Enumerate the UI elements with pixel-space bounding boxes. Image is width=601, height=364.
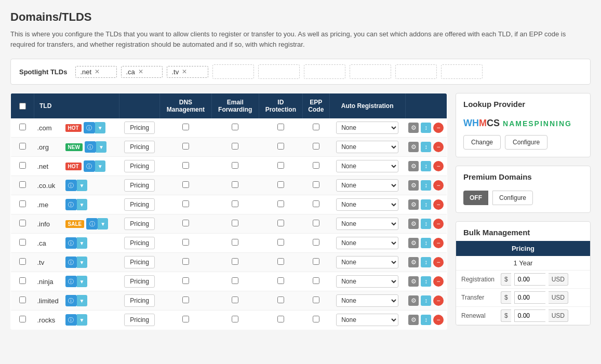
dns-mgmt-checkbox[interactable]	[182, 200, 189, 207]
tld-dropdown-button[interactable]: ▼	[95, 160, 105, 172]
pricing-button[interactable]: Pricing	[124, 256, 155, 268]
pricing-button[interactable]: Pricing	[124, 160, 155, 172]
id-protection-checkbox[interactable]	[277, 200, 284, 207]
gear-button[interactable]: ⚙	[408, 276, 419, 287]
updown-button[interactable]: ↕	[421, 257, 431, 267]
dns-mgmt-checkbox[interactable]	[182, 181, 189, 188]
epp-code-checkbox[interactable]	[313, 258, 319, 265]
gear-button[interactable]: ⚙	[408, 161, 419, 171]
row-checkbox[interactable]	[19, 124, 26, 130]
spotlight-empty-6[interactable]	[441, 64, 483, 79]
spotlight-empty-2[interactable]	[258, 64, 300, 79]
email-fwd-checkbox[interactable]	[232, 239, 238, 246]
pricing-button[interactable]: Pricing	[124, 314, 155, 326]
spotlight-empty-5[interactable]	[395, 64, 437, 79]
auto-reg-select[interactable]: None	[336, 256, 398, 268]
remove-ca-icon[interactable]: ✕	[138, 68, 143, 75]
email-fwd-checkbox[interactable]	[232, 316, 238, 322]
email-fwd-checkbox[interactable]	[232, 296, 238, 303]
remove-button[interactable]: −	[433, 180, 444, 191]
configure-lookup-button[interactable]: Configure	[505, 135, 547, 150]
row-checkbox[interactable]	[19, 296, 26, 303]
pricing-button[interactable]: Pricing	[124, 179, 155, 192]
epp-code-checkbox[interactable]	[313, 296, 319, 303]
remove-button[interactable]: −	[433, 219, 444, 229]
id-protection-checkbox[interactable]	[277, 316, 284, 322]
pricing-button[interactable]: Pricing	[124, 198, 155, 211]
id-protection-checkbox[interactable]	[277, 258, 284, 265]
gear-button[interactable]: ⚙	[408, 295, 419, 306]
id-protection-checkbox[interactable]	[277, 181, 284, 188]
email-fwd-checkbox[interactable]	[232, 162, 238, 169]
updown-button[interactable]: ↕	[421, 161, 431, 171]
row-checkbox[interactable]	[19, 277, 26, 284]
email-fwd-checkbox[interactable]	[232, 181, 238, 188]
row-checkbox[interactable]	[19, 316, 26, 322]
epp-code-checkbox[interactable]	[313, 220, 319, 226]
tld-info-button[interactable]: ⓘ	[65, 314, 77, 326]
gear-button[interactable]: ⚙	[408, 238, 419, 248]
gear-button[interactable]: ⚙	[408, 257, 419, 267]
auto-reg-select[interactable]: None	[336, 198, 398, 211]
id-protection-checkbox[interactable]	[277, 162, 284, 169]
id-protection-checkbox[interactable]	[277, 239, 284, 246]
remove-net-icon[interactable]: ✕	[95, 68, 100, 75]
remove-button[interactable]: −	[433, 315, 444, 325]
pricing-button[interactable]: Pricing	[124, 218, 155, 230]
tld-dropdown-button[interactable]: ▼	[77, 314, 87, 326]
change-button[interactable]: Change	[463, 135, 501, 150]
auto-reg-select[interactable]: None	[336, 179, 398, 192]
tld-dropdown-button[interactable]: ▼	[77, 237, 87, 249]
bulk-registration-input[interactable]	[514, 273, 545, 286]
pricing-button[interactable]: Pricing	[124, 275, 155, 288]
epp-code-checkbox[interactable]	[313, 124, 319, 130]
tld-info-button[interactable]: ⓘ	[86, 218, 98, 230]
id-protection-checkbox[interactable]	[277, 124, 284, 130]
tld-info-button[interactable]: ⓘ	[65, 180, 77, 191]
epp-code-checkbox[interactable]	[313, 239, 319, 246]
gear-button[interactable]: ⚙	[408, 123, 419, 133]
email-fwd-checkbox[interactable]	[232, 220, 238, 226]
spotlight-empty-4[interactable]	[350, 64, 391, 79]
remove-button[interactable]: −	[433, 142, 444, 152]
spotlight-empty-1[interactable]	[212, 64, 254, 79]
gear-button[interactable]: ⚙	[408, 199, 419, 210]
id-protection-checkbox[interactable]	[277, 296, 284, 303]
dns-mgmt-checkbox[interactable]	[182, 239, 189, 246]
tld-info-button[interactable]: ⓘ	[65, 276, 77, 287]
email-fwd-checkbox[interactable]	[232, 200, 238, 207]
pricing-button[interactable]: Pricing	[124, 237, 155, 249]
spotlight-empty-3[interactable]	[304, 64, 345, 79]
updown-button[interactable]: ↕	[421, 219, 431, 229]
dns-mgmt-checkbox[interactable]	[182, 277, 189, 284]
auto-reg-select[interactable]: None	[336, 294, 398, 307]
row-checkbox[interactable]	[19, 162, 26, 169]
auto-reg-select[interactable]: None	[336, 160, 398, 172]
bulk-renewal-input[interactable]	[514, 309, 545, 322]
auto-reg-select[interactable]: None	[336, 314, 398, 326]
auto-reg-select[interactable]: None	[336, 122, 398, 134]
dns-mgmt-checkbox[interactable]	[182, 143, 189, 150]
remove-button[interactable]: −	[433, 295, 444, 306]
remove-button[interactable]: −	[433, 276, 444, 287]
epp-code-checkbox[interactable]	[313, 181, 319, 188]
remove-button[interactable]: −	[433, 238, 444, 248]
tld-dropdown-button[interactable]: ▼	[98, 218, 108, 230]
gear-button[interactable]: ⚙	[408, 180, 419, 191]
email-fwd-checkbox[interactable]	[232, 124, 238, 130]
premium-configure-button[interactable]: Configure	[492, 191, 533, 205]
dns-mgmt-checkbox[interactable]	[182, 316, 189, 322]
dns-mgmt-checkbox[interactable]	[182, 162, 189, 169]
epp-code-checkbox[interactable]	[313, 200, 319, 207]
tld-dropdown-button[interactable]: ▼	[77, 180, 87, 191]
tld-info-button[interactable]: ⓘ	[65, 199, 77, 210]
row-checkbox[interactable]	[19, 258, 26, 265]
pricing-button[interactable]: Pricing	[124, 141, 155, 153]
auto-reg-select[interactable]: None	[336, 218, 398, 230]
dns-mgmt-checkbox[interactable]	[182, 124, 189, 130]
tld-info-button[interactable]: ⓘ	[84, 160, 95, 172]
row-checkbox[interactable]	[19, 220, 26, 226]
id-protection-checkbox[interactable]	[277, 277, 284, 284]
remove-tv-icon[interactable]: ✕	[182, 68, 187, 75]
updown-button[interactable]: ↕	[421, 315, 431, 325]
